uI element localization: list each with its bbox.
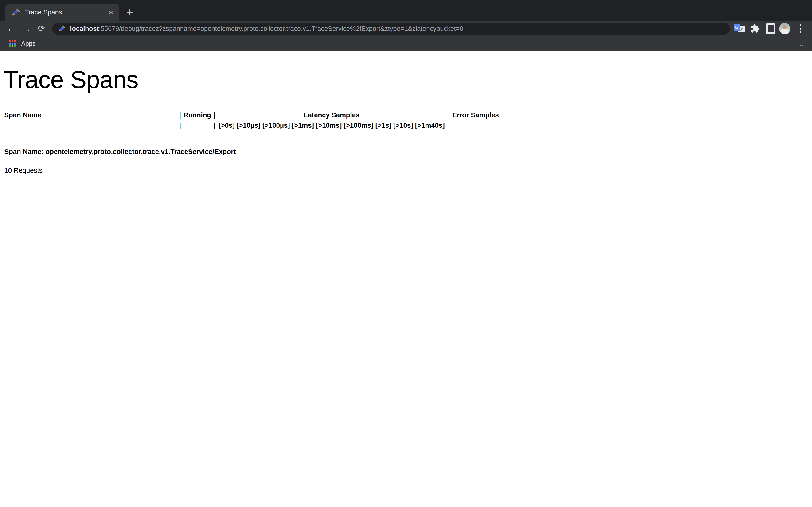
column-divider: | <box>211 120 218 130</box>
latency-bucket-label: [>1s] <box>374 120 392 130</box>
profile-button[interactable] <box>778 21 792 36</box>
back-icon[interactable]: ← <box>4 21 18 36</box>
kebab-menu-icon <box>800 24 801 33</box>
latency-bucket-label: [>100ms] <box>343 120 374 130</box>
latency-bucket-label: [>10ms] <box>315 120 343 130</box>
site-telescope-icon <box>58 25 66 33</box>
latency-bucket-label: [>0s] <box>218 120 236 130</box>
tab-strip: Trace Spans × + <box>0 0 812 21</box>
profile-avatar <box>779 23 791 34</box>
col-latency-samples: Latency Samples <box>218 110 446 120</box>
tracez-page: Trace Spans Span Name | Running | Latenc… <box>0 51 812 507</box>
empty-cell <box>4 120 177 130</box>
latency-bucket-label: [>10s] <box>392 120 414 130</box>
column-divider: | <box>446 120 452 130</box>
summary-header-row: Span Name | Running | Latency Samples | … <box>4 110 499 120</box>
tab-title: Trace Spans <box>25 8 109 16</box>
bookmarks-overflow-chevron-icon[interactable]: ⌄ <box>797 36 806 51</box>
new-tab-button[interactable]: + <box>123 5 137 19</box>
bucket-header-row: ||[>0s][>10µs][>100µs][>1ms][>10ms][>100… <box>4 120 499 130</box>
page-title: Trace Spans <box>3 66 138 94</box>
bookmarks-bar: Apps <box>0 36 812 51</box>
empty-cell <box>452 120 499 130</box>
column-divider: | <box>446 110 452 120</box>
latency-bucket-label: [>10µs] <box>236 120 261 130</box>
column-divider: | <box>177 120 184 130</box>
request-count: 10 Requests <box>4 167 43 174</box>
side-panel-icon <box>766 23 775 34</box>
column-divider: | <box>177 110 184 120</box>
latency-bucket-label: [>1m40s] <box>414 120 446 130</box>
apps-grid-icon[interactable] <box>9 40 16 47</box>
browser-menu-button[interactable] <box>795 21 806 36</box>
apps-label[interactable]: Apps <box>21 40 36 47</box>
col-span-name: Span Name <box>4 110 177 120</box>
forward-icon[interactable]: → <box>19 21 33 36</box>
translate-button[interactable]: 文 G <box>732 21 746 36</box>
telescope-favicon-icon <box>11 8 20 17</box>
side-panel-button[interactable] <box>764 21 778 36</box>
reload-icon[interactable]: ⟳ <box>34 21 48 36</box>
puzzle-icon <box>751 24 760 33</box>
empty-cell <box>184 120 211 130</box>
latency-bucket-label: [>1ms] <box>291 120 315 130</box>
extensions-button[interactable] <box>748 21 762 36</box>
url-text: localhost:55679/debug/tracez?zspanname=o… <box>70 25 463 33</box>
translate-g-glyph: G <box>734 24 740 31</box>
translate-icon: 文 G <box>734 24 745 34</box>
col-running: Running <box>184 110 211 120</box>
latency-bucket-label: [>100µs] <box>261 120 291 130</box>
tab-close-icon[interactable]: × <box>109 8 113 17</box>
address-bar[interactable]: localhost:55679/debug/tracez?zspanname=o… <box>52 22 730 35</box>
url-path: :55679/debug/tracez?zspanname=openteleme… <box>99 25 463 32</box>
url-host: localhost <box>70 25 99 32</box>
column-divider: | <box>211 110 218 120</box>
span-summary-table: Span Name | Running | Latency Samples | … <box>4 110 499 130</box>
col-error-samples: Error Samples <box>452 110 499 120</box>
browser-tab[interactable]: Trace Spans × <box>5 4 119 21</box>
selected-span-name: Span Name: opentelemetry.proto.collector… <box>4 148 236 156</box>
